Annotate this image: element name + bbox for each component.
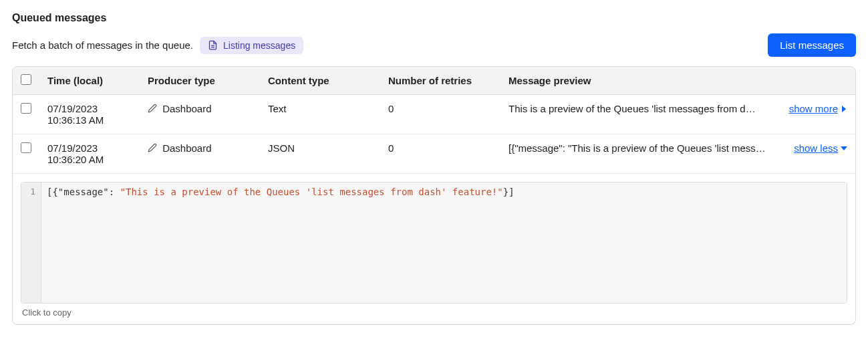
table-row: 07/19/2023 10:36:20 AM Dashboard JSON 0 … bbox=[13, 134, 855, 174]
row-time: 10:36:20 AM bbox=[47, 154, 132, 165]
column-header-time: Time (local) bbox=[39, 67, 140, 95]
chip-label: Listing messages bbox=[223, 40, 295, 51]
row-time: 10:36:13 AM bbox=[47, 114, 132, 126]
table-row: 07/19/2023 10:36:13 AM Dashboard Text 0 … bbox=[13, 95, 855, 134]
chevron-down-icon bbox=[841, 145, 847, 152]
code-viewer[interactable]: 1 [{"message": "This is a preview of the… bbox=[21, 182, 847, 304]
show-more-link[interactable]: show more bbox=[789, 103, 847, 114]
row-producer: Dashboard bbox=[162, 142, 211, 154]
pencil-icon bbox=[148, 104, 157, 113]
row-preview: This is a preview of the Queues 'list me… bbox=[509, 103, 776, 114]
column-header-preview: Message preview bbox=[500, 67, 855, 95]
row-checkbox[interactable] bbox=[21, 142, 31, 153]
row-retries: 0 bbox=[380, 95, 500, 134]
column-header-retries: Number of retries bbox=[380, 67, 500, 95]
select-all-checkbox[interactable] bbox=[21, 74, 31, 85]
row-date: 07/19/2023 bbox=[47, 142, 132, 154]
show-less-link[interactable]: show less bbox=[794, 142, 847, 154]
messages-table-card: Time (local) Producer type Content type … bbox=[12, 66, 856, 325]
toggle-label: show more bbox=[789, 103, 838, 114]
row-date: 07/19/2023 bbox=[47, 103, 132, 114]
copy-hint: Click to copy bbox=[21, 304, 847, 318]
code-content: [{"message": "This is a preview of the Q… bbox=[41, 183, 847, 303]
section-description: Fetch a batch of messages in the queue. bbox=[12, 39, 193, 51]
chevron-right-icon bbox=[841, 106, 847, 112]
row-checkbox[interactable] bbox=[21, 103, 31, 114]
section-title: Queued messages bbox=[12, 12, 856, 24]
expanded-row: 1 [{"message": "This is a preview of the… bbox=[13, 174, 855, 325]
pencil-icon bbox=[148, 143, 157, 152]
doc-icon bbox=[208, 40, 218, 50]
select-all-header bbox=[13, 67, 39, 95]
column-header-producer: Producer type bbox=[140, 67, 260, 95]
list-messages-button[interactable]: List messages bbox=[768, 33, 856, 57]
row-retries: 0 bbox=[380, 134, 500, 174]
row-content-type: JSON bbox=[260, 134, 380, 174]
column-header-content: Content type bbox=[260, 67, 380, 95]
line-gutter: 1 bbox=[21, 183, 41, 303]
toggle-label: show less bbox=[794, 142, 838, 154]
row-producer: Dashboard bbox=[162, 103, 211, 114]
row-preview: [{"message": "This is a preview of the Q… bbox=[509, 142, 776, 154]
row-content-type: Text bbox=[260, 95, 380, 134]
listing-messages-chip[interactable]: Listing messages bbox=[200, 37, 303, 54]
